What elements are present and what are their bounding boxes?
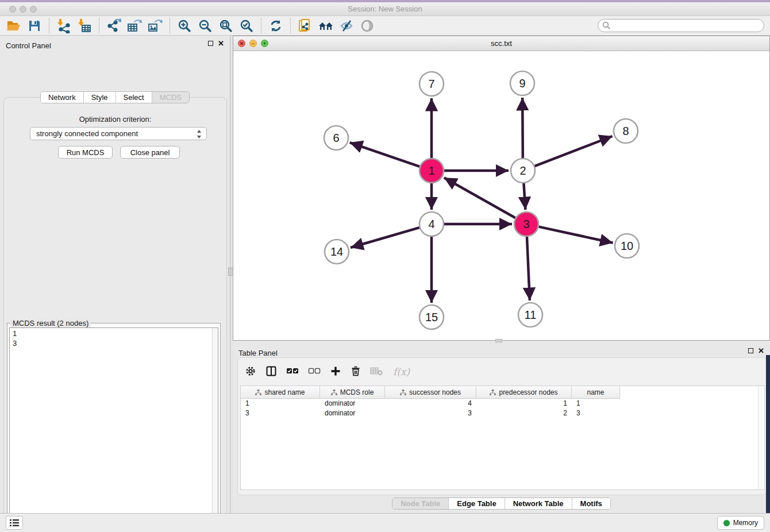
task-history-button[interactable] <box>6 516 23 530</box>
export-network-icon[interactable] <box>103 17 124 34</box>
toolbar-separator <box>290 18 291 33</box>
graph-edge-1-6[interactable] <box>350 142 420 167</box>
graph-edge-2-8[interactable] <box>535 136 613 166</box>
birds-eye-view-icon <box>357 17 378 34</box>
save-session-icon[interactable] <box>24 17 45 34</box>
first-neighbors-icon[interactable] <box>315 17 336 34</box>
column-header-label: MCDS role <box>340 388 374 396</box>
close-table-panel-icon[interactable]: ✕ <box>758 348 764 353</box>
zoom-fit-icon[interactable] <box>215 17 236 34</box>
tab-select[interactable]: Select <box>116 92 152 103</box>
column-header-label: shared name <box>264 388 305 396</box>
graph-edge-3-11[interactable] <box>527 237 530 300</box>
column-header-MCDS-role[interactable]: MCDS role <box>320 386 385 399</box>
table-toolbar: f(x) <box>238 358 766 385</box>
toolbar-separator <box>261 18 261 33</box>
column-type-icon <box>255 390 261 395</box>
graph-node-label-2: 2 <box>519 164 526 177</box>
table-panel: Table Panel ✕ <box>233 343 770 513</box>
close-panel-icon[interactable]: ✕ <box>218 41 224 46</box>
graph-edge-2-3[interactable] <box>523 183 525 210</box>
mcds-result-scrollbar[interactable] <box>212 327 218 532</box>
table-panel-title: Table Panel <box>238 349 278 357</box>
show-hide-graphics-details-icon[interactable] <box>336 17 357 34</box>
table-cell[interactable]: dominator <box>320 408 385 418</box>
list-icon <box>9 519 20 527</box>
run-mcds-button[interactable]: Run MCDS <box>58 146 113 159</box>
search-input[interactable] <box>598 19 764 32</box>
table-cell[interactable]: 1 <box>476 399 572 408</box>
zoom-out-icon[interactable] <box>195 17 215 34</box>
settings-icon[interactable] <box>245 365 256 379</box>
tab-mcds[interactable]: MCDS <box>152 92 189 103</box>
network-window-title: scc.txt <box>233 39 769 48</box>
table-scrollbar[interactable] <box>758 386 763 489</box>
table-tabs: Node TableEdge TableNetwork TableMotifs <box>233 498 770 510</box>
table-cell[interactable]: 3 <box>241 408 320 418</box>
search-icon <box>602 21 611 30</box>
graph-node-label-4: 4 <box>428 218 434 230</box>
table-cell[interactable]: 1 <box>572 399 620 408</box>
graph-node-label-6: 6 <box>333 132 339 144</box>
horizontal-splitter-grip[interactable] <box>495 339 502 342</box>
status-bar: Memory <box>0 513 770 532</box>
tab-edge-table[interactable]: Edge Table <box>448 498 504 509</box>
network-view-window: ✕ − + scc.txt 7968124314101511 <box>233 36 770 341</box>
column-layout-icon[interactable] <box>265 365 277 379</box>
tab-network-table[interactable]: Network Table <box>505 498 572 509</box>
export-image-icon[interactable] <box>145 17 165 34</box>
column-header-shared-name[interactable]: shared name <box>241 386 320 399</box>
column-header-name[interactable]: name <box>572 386 620 399</box>
graph-node-label-8: 8 <box>622 125 629 137</box>
export-table-icon[interactable] <box>124 17 145 34</box>
column-header-successor-nodes[interactable]: successor nodes <box>385 386 476 399</box>
memory-button[interactable]: Memory <box>717 516 764 530</box>
column-header-label: name <box>587 388 604 396</box>
float-table-panel-icon[interactable] <box>748 348 753 353</box>
add-column-icon[interactable] <box>330 365 341 379</box>
node-table[interactable]: shared nameMCDS rolesuccessor nodesprede… <box>240 385 765 490</box>
column-header-predecessor-nodes[interactable]: predecessor nodes <box>476 386 572 399</box>
table-cell[interactable]: 3 <box>385 408 476 418</box>
import-table-icon[interactable] <box>74 17 95 34</box>
zoom-in-icon[interactable] <box>174 17 195 34</box>
select-all-columns-icon[interactable] <box>286 367 299 377</box>
table-cell[interactable]: 4 <box>385 399 476 408</box>
graph-edge-2-9[interactable] <box>522 98 523 158</box>
table-cell[interactable]: 3 <box>572 408 620 418</box>
zoom-selected-icon[interactable] <box>236 17 257 34</box>
mcds-result-text[interactable]: 1 3 <box>9 327 212 532</box>
column-type-icon <box>400 390 406 395</box>
column-type-icon <box>490 390 496 395</box>
select-chevrons-icon <box>197 130 202 138</box>
network-window-titlebar: ✕ − + scc.txt <box>233 36 769 51</box>
graph-node-label-14: 14 <box>330 245 343 258</box>
window-titlebar: Session: New Session <box>0 2 770 16</box>
float-panel-icon[interactable] <box>208 41 213 46</box>
destroy-table-icon <box>370 366 384 378</box>
toolbar-separator <box>49 18 49 33</box>
tab-motifs[interactable]: Motifs <box>572 498 610 509</box>
optimization-criterion-select[interactable]: strongly connected component <box>30 127 207 140</box>
tab-style[interactable]: Style <box>83 92 116 103</box>
close-panel-button[interactable]: Close panel <box>120 146 180 159</box>
graph-edge-4-14[interactable] <box>351 228 419 248</box>
graph-node-label-11: 11 <box>525 309 537 321</box>
graph-edge-3-1[interactable] <box>444 178 515 218</box>
refresh-view-icon[interactable] <box>265 17 286 34</box>
deselect-all-columns-icon[interactable] <box>308 367 321 377</box>
table-cell[interactable]: dominator <box>320 399 385 408</box>
tab-network[interactable]: Network <box>41 92 83 103</box>
delete-columns-icon[interactable] <box>351 365 361 379</box>
network-canvas[interactable]: 7968124314101511 <box>233 51 769 340</box>
open-file-icon[interactable] <box>3 17 24 34</box>
apply-function-icon: f(x) <box>393 366 410 377</box>
desktop-edge-strip <box>766 355 770 513</box>
table-cell[interactable]: 2 <box>476 408 572 418</box>
import-network-icon[interactable] <box>53 17 74 34</box>
table-cell[interactable]: 1 <box>241 399 320 408</box>
clone-network-icon[interactable] <box>295 17 315 34</box>
tab-node-table[interactable]: Node Table <box>392 498 448 509</box>
graph-edge-3-10[interactable] <box>538 227 613 243</box>
optimization-criterion-value: strongly connected component <box>36 129 138 138</box>
